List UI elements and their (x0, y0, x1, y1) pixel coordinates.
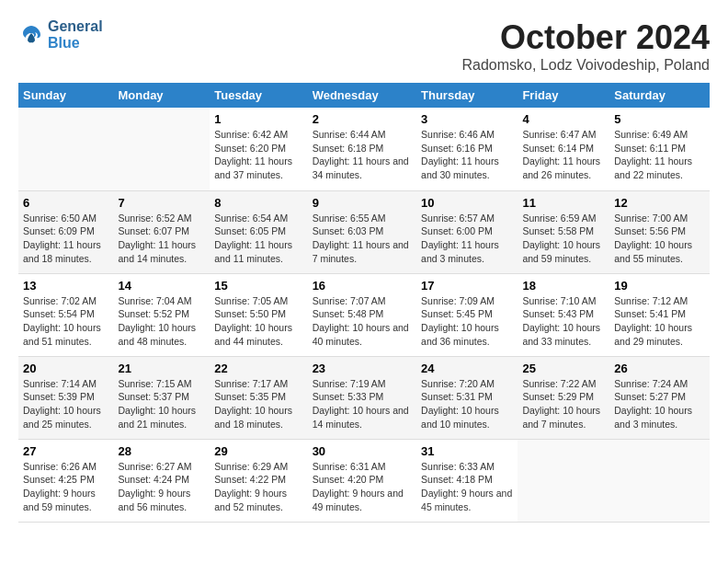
logo-text: General Blue (48, 18, 103, 51)
calendar-cell: 6Sunrise: 6:50 AM Sunset: 6:09 PM Daylig… (18, 190, 113, 273)
calendar-cell: 20Sunrise: 7:14 AM Sunset: 5:39 PM Dayli… (18, 356, 113, 439)
calendar-cell: 5Sunrise: 6:49 AM Sunset: 6:11 PM Daylig… (609, 108, 710, 190)
calendar-table: Sunday Monday Tuesday Wednesday Thursday… (18, 83, 710, 523)
day-info: Sunrise: 7:02 AM Sunset: 5:54 PM Dayligh… (23, 294, 108, 349)
calendar-cell: 3Sunrise: 6:46 AM Sunset: 6:16 PM Daylig… (416, 108, 518, 190)
day-number: 2 (313, 112, 412, 126)
day-number: 24 (421, 362, 513, 375)
day-number: 12 (614, 196, 705, 210)
day-number: 31 (421, 444, 513, 458)
calendar-cell: 17Sunrise: 7:09 AM Sunset: 5:45 PM Dayli… (416, 273, 518, 356)
calendar-cell: 24Sunrise: 7:20 AM Sunset: 5:31 PM Dayli… (416, 356, 518, 439)
calendar-cell: 1Sunrise: 6:42 AM Sunset: 6:20 PM Daylig… (210, 108, 307, 190)
calendar-week-5: 27Sunrise: 6:26 AM Sunset: 4:25 PM Dayli… (18, 439, 710, 522)
day-number: 23 (313, 362, 412, 375)
calendar-week-2: 6Sunrise: 6:50 AM Sunset: 6:09 PM Daylig… (18, 190, 710, 273)
day-number: 18 (522, 279, 605, 293)
day-number: 13 (23, 279, 108, 293)
day-number: 16 (313, 279, 412, 293)
title-section: October 2024 Radomsko, Lodz Voivodeship,… (461, 18, 710, 74)
day-info: Sunrise: 7:19 AM Sunset: 5:33 PM Dayligh… (313, 377, 412, 431)
calendar-cell: 10Sunrise: 6:57 AM Sunset: 6:00 PM Dayli… (416, 190, 518, 273)
calendar-week-4: 20Sunrise: 7:14 AM Sunset: 5:39 PM Dayli… (18, 356, 710, 439)
calendar-cell: 18Sunrise: 7:10 AM Sunset: 5:43 PM Dayli… (518, 273, 609, 356)
day-info: Sunrise: 6:55 AM Sunset: 6:03 PM Dayligh… (313, 212, 412, 266)
day-info: Sunrise: 7:05 AM Sunset: 5:50 PM Dayligh… (214, 294, 302, 349)
calendar-cell: 23Sunrise: 7:19 AM Sunset: 5:33 PM Dayli… (308, 356, 416, 439)
day-info: Sunrise: 7:20 AM Sunset: 5:31 PM Dayligh… (421, 377, 513, 431)
header-row: Sunday Monday Tuesday Wednesday Thursday… (18, 83, 710, 108)
day-info: Sunrise: 7:24 AM Sunset: 5:27 PM Dayligh… (614, 377, 705, 431)
day-info: Sunrise: 6:29 AM Sunset: 4:22 PM Dayligh… (214, 460, 302, 514)
day-info: Sunrise: 6:57 AM Sunset: 6:00 PM Dayligh… (421, 212, 513, 266)
day-number: 9 (313, 196, 412, 210)
header-saturday: Saturday (609, 83, 710, 108)
calendar-cell: 4Sunrise: 6:47 AM Sunset: 6:14 PM Daylig… (518, 108, 609, 190)
calendar-cell: 25Sunrise: 7:22 AM Sunset: 5:29 PM Dayli… (518, 356, 609, 439)
day-number: 20 (23, 362, 108, 375)
calendar-cell: 11Sunrise: 6:59 AM Sunset: 5:58 PM Dayli… (518, 190, 609, 273)
day-number: 22 (214, 362, 302, 375)
logo: General Blue (18, 18, 103, 51)
page-header: General Blue October 2024 Radomsko, Lodz… (18, 18, 710, 74)
header-sunday: Sunday (18, 83, 113, 108)
header-thursday: Thursday (416, 83, 518, 108)
calendar-week-3: 13Sunrise: 7:02 AM Sunset: 5:54 PM Dayli… (18, 273, 710, 356)
calendar-cell (18, 108, 113, 190)
day-number: 8 (214, 196, 302, 210)
day-info: Sunrise: 7:10 AM Sunset: 5:43 PM Dayligh… (522, 294, 605, 349)
day-info: Sunrise: 7:00 AM Sunset: 5:56 PM Dayligh… (614, 212, 705, 266)
day-number: 25 (522, 362, 605, 375)
day-number: 6 (23, 196, 108, 210)
month-title: October 2024 (461, 18, 710, 57)
header-tuesday: Tuesday (210, 83, 307, 108)
day-number: 15 (214, 279, 302, 293)
day-number: 27 (23, 444, 108, 458)
calendar-cell: 8Sunrise: 6:54 AM Sunset: 6:05 PM Daylig… (210, 190, 307, 273)
day-number: 14 (118, 279, 205, 293)
calendar-cell: 14Sunrise: 7:04 AM Sunset: 5:52 PM Dayli… (113, 273, 210, 356)
header-wednesday: Wednesday (308, 83, 416, 108)
day-info: Sunrise: 7:07 AM Sunset: 5:48 PM Dayligh… (313, 294, 412, 349)
calendar-cell: 19Sunrise: 7:12 AM Sunset: 5:41 PM Dayli… (609, 273, 710, 356)
day-info: Sunrise: 7:04 AM Sunset: 5:52 PM Dayligh… (118, 294, 205, 349)
day-number: 29 (214, 444, 302, 458)
calendar-cell: 12Sunrise: 7:00 AM Sunset: 5:56 PM Dayli… (609, 190, 710, 273)
calendar-cell: 30Sunrise: 6:31 AM Sunset: 4:20 PM Dayli… (308, 439, 416, 522)
day-info: Sunrise: 7:22 AM Sunset: 5:29 PM Dayligh… (522, 377, 605, 431)
day-number: 28 (118, 444, 205, 458)
calendar-cell: 28Sunrise: 6:27 AM Sunset: 4:24 PM Dayli… (113, 439, 210, 522)
day-info: Sunrise: 7:14 AM Sunset: 5:39 PM Dayligh… (23, 377, 108, 431)
calendar-cell: 16Sunrise: 7:07 AM Sunset: 5:48 PM Dayli… (308, 273, 416, 356)
day-info: Sunrise: 6:46 AM Sunset: 6:16 PM Dayligh… (421, 128, 513, 182)
calendar-cell: 9Sunrise: 6:55 AM Sunset: 6:03 PM Daylig… (308, 190, 416, 273)
calendar-cell: 22Sunrise: 7:17 AM Sunset: 5:35 PM Dayli… (210, 356, 307, 439)
day-number: 17 (421, 279, 513, 293)
day-number: 26 (614, 362, 705, 375)
day-info: Sunrise: 6:47 AM Sunset: 6:14 PM Dayligh… (522, 128, 605, 182)
day-info: Sunrise: 6:31 AM Sunset: 4:20 PM Dayligh… (313, 460, 412, 514)
logo-blue-text: Blue (48, 35, 103, 52)
calendar-cell: 26Sunrise: 7:24 AM Sunset: 5:27 PM Dayli… (609, 356, 710, 439)
day-info: Sunrise: 6:52 AM Sunset: 6:07 PM Dayligh… (118, 212, 205, 266)
header-friday: Friday (518, 83, 609, 108)
day-info: Sunrise: 7:15 AM Sunset: 5:37 PM Dayligh… (118, 377, 205, 431)
calendar-cell (609, 439, 710, 522)
day-number: 11 (522, 196, 605, 210)
day-number: 10 (421, 196, 513, 210)
day-info: Sunrise: 6:49 AM Sunset: 6:11 PM Dayligh… (614, 128, 705, 182)
calendar-cell: 29Sunrise: 6:29 AM Sunset: 4:22 PM Dayli… (210, 439, 307, 522)
day-info: Sunrise: 6:50 AM Sunset: 6:09 PM Dayligh… (23, 212, 108, 266)
day-number: 5 (614, 112, 705, 126)
logo-general-text: General (48, 18, 103, 35)
day-number: 30 (313, 444, 412, 458)
day-info: Sunrise: 7:17 AM Sunset: 5:35 PM Dayligh… (214, 377, 302, 431)
calendar-cell: 2Sunrise: 6:44 AM Sunset: 6:18 PM Daylig… (308, 108, 416, 190)
header-monday: Monday (113, 83, 210, 108)
logo-icon (18, 22, 44, 48)
day-info: Sunrise: 6:44 AM Sunset: 6:18 PM Dayligh… (313, 128, 412, 182)
day-info: Sunrise: 7:09 AM Sunset: 5:45 PM Dayligh… (421, 294, 513, 349)
day-number: 3 (421, 112, 513, 126)
day-info: Sunrise: 6:26 AM Sunset: 4:25 PM Dayligh… (23, 460, 108, 514)
location-title: Radomsko, Lodz Voivodeship, Poland (461, 57, 710, 74)
